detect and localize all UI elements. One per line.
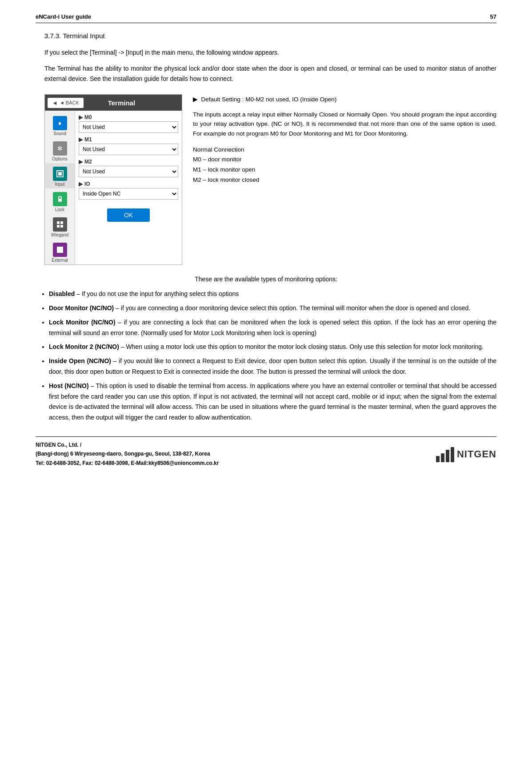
lock-monitor-label: Lock Monitor (NC/NO) (49, 319, 116, 326)
m0-label: ▶ M0 (79, 114, 178, 120)
list-item-door-monitor: Door Monitor (NC/NO) – if you are connec… (49, 303, 496, 314)
svg-rect-3 (57, 221, 60, 224)
back-label: ◄ BACK (60, 100, 79, 105)
list-item-disabled: Disabled – If you do not use the input f… (49, 289, 496, 300)
normal-connection-label: Normal Connection (193, 145, 496, 155)
terminal-content: ▶ M0 Not Used ▶ M1 (75, 111, 182, 264)
terminal-title: Terminal (84, 99, 182, 107)
sound-icon: ♦ (53, 116, 67, 130)
input-group-m0: ▶ M0 Not Used (79, 114, 178, 133)
external-icon (53, 243, 67, 257)
disabled-text: – If you do not use the input for anythi… (76, 290, 239, 297)
monitoring-types-list: Disabled – If you do not use the input f… (49, 289, 496, 423)
description-text: The Terminal has the ability to monitor … (44, 64, 496, 84)
default-arrow-icon: ▶ (193, 96, 198, 103)
lock-monitor2-text: – When using a motor lock use this optio… (121, 343, 484, 350)
relay-text: The inputs accept a relay input either N… (193, 110, 496, 139)
ok-button[interactable]: OK (107, 208, 150, 222)
input-group-io: ▶ IO Inside Open NC (79, 181, 178, 200)
m2-arrow-icon: ▶ (79, 159, 83, 165)
m2-dropdown[interactable]: Not Used (79, 166, 178, 177)
connection-m0: M0 – door monitor (193, 155, 496, 165)
ui-description: ▶ Default Setting : M0-M2 not used, IO (… (193, 94, 496, 185)
monitoring-types-header: These are the available types of monitor… (36, 276, 496, 283)
footer-address: (Bangi-dong) 6 Wiryeseong-daero, Songpa-… (36, 449, 219, 458)
bar3 (446, 450, 449, 462)
page: eNCard-i User guide 57 3.7.3. Terminal I… (0, 0, 532, 760)
nitgen-logo: NITGEN (436, 446, 496, 462)
sidebar-label-options: Options (52, 156, 67, 161)
io-dropdown[interactable]: Inside Open NC (79, 188, 178, 200)
disabled-label: Disabled (49, 290, 75, 297)
io-arrow-icon: ▶ (79, 181, 83, 187)
terminal-body: ♦ Sound ✻ Options Input (45, 111, 182, 264)
m1-dropdown-row: Not Used (79, 144, 178, 155)
sidebar-item-options[interactable]: ✻ Options (45, 138, 75, 163)
io-dropdown-row: Inside Open NC (79, 188, 178, 200)
ui-section: ◄ ◄ BACK Terminal ♦ Sound ✻ Options (44, 94, 496, 265)
m0-text: M0 (84, 114, 92, 120)
input-group-m2: ▶ M2 Not Used (79, 159, 178, 177)
sidebar-label-sound: Sound (53, 131, 66, 136)
footer-contact: Tel: 02-6488-3052, Fax: 02-6488-3098, E-… (36, 459, 219, 468)
m1-text: M1 (84, 136, 92, 143)
sidebar-label-lock: Lock (55, 207, 64, 212)
nitgen-text: NITGEN (457, 448, 496, 460)
m0-dropdown[interactable]: Not Used (79, 121, 178, 133)
svg-rect-5 (57, 225, 60, 228)
sidebar-item-input[interactable]: Input (45, 163, 75, 188)
footer-company: NITGEN Co., Ltd. / (36, 440, 219, 449)
default-setting-content: Default Setting : M0-M2 not used, IO (In… (201, 96, 337, 103)
m1-label: ▶ M1 (79, 136, 178, 143)
wiegand-icon (53, 217, 67, 232)
sidebar-label-wiegand: Wiegand (51, 232, 68, 237)
sidebar-label-input: Input (55, 182, 64, 187)
svg-rect-2 (58, 199, 62, 202)
section-title: 3.7.3. Terminal Input (44, 32, 496, 40)
host-text: – This option is used to disable the ter… (49, 382, 496, 421)
intro-text: If you select the [Terminal] -> [Input] … (44, 48, 496, 57)
nitgen-bars-icon (436, 446, 454, 462)
m0-arrow-icon: ▶ (79, 114, 83, 120)
door-monitor-text: – if you are connecting a door monitorin… (116, 304, 470, 312)
bar4 (451, 447, 454, 462)
list-item-host: Host (NC/NO) – This option is used to di… (49, 381, 496, 423)
header-page-number: 57 (490, 13, 496, 20)
m2-text: M2 (84, 159, 92, 165)
sidebar-item-external[interactable]: External (45, 239, 75, 264)
lock-monitor2-label: Lock Monitor 2 (NC/NO) (49, 343, 119, 350)
m1-dropdown[interactable]: Not Used (79, 144, 178, 155)
inside-open-label: Inside Open (NC/NO) (49, 357, 111, 364)
page-footer: NITGEN Co., Ltd. / (Bangi-dong) 6 Wiryes… (36, 436, 496, 468)
list-item-inside-open: Inside Open (NC/NO) – if you would like … (49, 356, 496, 377)
ok-button-row: OK (79, 203, 178, 225)
back-button[interactable]: ◄ ◄ BACK (48, 98, 84, 108)
io-label: ▶ IO (79, 181, 178, 187)
host-label: Host (NC/NO) (49, 382, 89, 389)
page-header: eNCard-i User guide 57 (36, 13, 496, 23)
m2-dropdown-row: Not Used (79, 166, 178, 177)
m0-dropdown-row: Not Used (79, 121, 178, 133)
input-icon (53, 167, 67, 181)
header-title: eNCard-i User guide (36, 13, 91, 20)
sidebar-item-lock[interactable]: Lock (45, 188, 75, 214)
default-setting-text: ▶ Default Setting : M0-M2 not used, IO (… (193, 94, 496, 104)
bar2 (441, 453, 444, 462)
m1-arrow-icon: ▶ (79, 136, 83, 143)
list-item-lock-monitor: Lock Monitor (NC/NO) – if you are connec… (49, 317, 496, 339)
back-arrow-icon: ◄ (52, 100, 58, 106)
door-monitor-label: Door Monitor (NC/NO) (49, 304, 114, 312)
connection-m2: M2 – lock monitor closed (193, 175, 496, 185)
lock-icon (53, 192, 67, 206)
svg-rect-7 (57, 247, 63, 253)
input-group-m1: ▶ M1 Not Used (79, 136, 178, 155)
footer-logo: NITGEN (436, 446, 496, 462)
connections: Normal Connection M0 – door monitor M1 –… (193, 145, 496, 186)
sidebar-item-wiegand[interactable]: Wiegand (45, 214, 75, 239)
footer-text-block: NITGEN Co., Ltd. / (Bangi-dong) 6 Wiryes… (36, 440, 219, 468)
terminal-header: ◄ ◄ BACK Terminal (45, 95, 182, 111)
terminal-sidebar: ♦ Sound ✻ Options Input (45, 111, 75, 264)
sidebar-item-sound[interactable]: ♦ Sound (45, 112, 75, 138)
svg-rect-6 (60, 225, 63, 228)
list-item-lock-monitor2: Lock Monitor 2 (NC/NO) – When using a mo… (49, 342, 496, 352)
